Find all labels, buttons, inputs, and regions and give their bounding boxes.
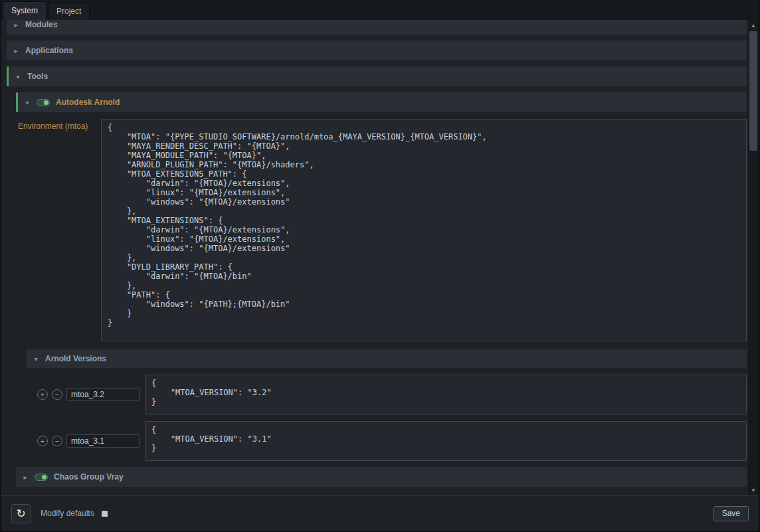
version-key-input[interactable]	[66, 388, 140, 401]
version-row: + − { "MTOA_VERSION": "3.2" }	[27, 375, 747, 414]
scroll-thumb[interactable]	[749, 31, 757, 151]
tab-project-label: Project	[56, 7, 81, 16]
section-label-tools: Tools	[27, 72, 48, 81]
subsection-header-arnold-versions[interactable]: ▾ Arnold Versions	[27, 349, 747, 368]
refresh-icon: ↻	[16, 508, 25, 519]
tool-group-arnold: ▾ Autodesk Arnold Environment (mtoa) { "…	[16, 92, 747, 461]
environment-json-editor[interactable]: { "MTOA": "{PYPE_STUDIO_SOFTWARE}/arnold…	[101, 119, 747, 341]
version-row: + − { "MTOA_VERSION": "3.1" }	[27, 421, 747, 461]
subsection-label-arnold-versions: Arnold Versions	[45, 354, 106, 363]
modify-defaults-label: Modify defaults	[41, 509, 94, 518]
settings-body: ▸ Modules ▸ Applications ▾ Tools ▾ Autod…	[1, 20, 759, 495]
tab-system-label: System	[11, 6, 38, 15]
group-label-vray: Chaos Group Vray	[54, 472, 124, 482]
tab-project[interactable]: Project	[48, 3, 90, 20]
section-header-modules[interactable]: ▸ Modules	[7, 20, 747, 35]
section-header-tools[interactable]: ▾ Tools	[7, 66, 747, 86]
remove-version-button[interactable]: −	[52, 389, 62, 400]
remove-version-button[interactable]: −	[52, 436, 62, 446]
group-header-vray[interactable]: ▸ Chaos Group Vray	[16, 467, 747, 487]
expanded-arrow-icon: ▾	[33, 355, 39, 363]
version-json-editor[interactable]: { "MTOA_VERSION": "3.2" }	[145, 375, 747, 414]
expanded-arrow-icon: ▾	[15, 73, 21, 80]
arnold-versions-section: ▾ Arnold Versions + − { "MTOA_VERSION": …	[27, 349, 747, 461]
version-json-editor[interactable]: { "MTOA_VERSION": "3.1" }	[145, 421, 747, 461]
settings-window: System Project ▸ Modules ▸ Applications …	[0, 0, 760, 532]
add-version-button[interactable]: +	[37, 436, 48, 446]
scroll-track[interactable]	[748, 31, 759, 485]
environment-row: Environment (mtoa) { "MTOA": "{PYPE_STUD…	[16, 119, 747, 341]
tool-group-vray: ▸ Chaos Group Vray	[16, 467, 747, 487]
collapsed-arrow-icon: ▸	[13, 47, 19, 54]
vray-enabled-toggle[interactable]	[35, 474, 48, 481]
vertical-scrollbar[interactable]: ▲ ▼	[748, 20, 759, 495]
footer-bar: ↻ Modify defaults Save	[1, 495, 759, 531]
collapsed-arrow-icon: ▸	[22, 474, 29, 481]
section-label-modules: Modules	[25, 20, 58, 29]
expanded-arrow-icon: ▾	[24, 99, 31, 106]
group-header-arnold[interactable]: ▾ Autodesk Arnold	[16, 92, 747, 112]
settings-scroll-area: ▸ Modules ▸ Applications ▾ Tools ▾ Autod…	[1, 20, 748, 495]
section-header-applications[interactable]: ▸ Applications	[7, 41, 747, 60]
add-version-button[interactable]: +	[37, 389, 48, 400]
refresh-button[interactable]: ↻	[11, 504, 31, 523]
modify-defaults-checkbox[interactable]	[102, 511, 108, 517]
tab-bar: System Project	[1, 0, 759, 20]
arnold-enabled-toggle[interactable]	[37, 99, 50, 106]
group-label-arnold: Autodesk Arnold	[56, 98, 120, 107]
scroll-up-button[interactable]: ▲	[748, 20, 759, 31]
collapsed-arrow-icon: ▸	[13, 21, 19, 29]
save-button[interactable]: Save	[713, 506, 749, 521]
tab-system[interactable]: System	[3, 1, 47, 20]
environment-label: Environment (mtoa)	[16, 119, 101, 131]
scroll-down-button[interactable]: ▼	[748, 485, 759, 495]
version-key-input[interactable]	[66, 434, 140, 448]
section-label-applications: Applications	[25, 46, 73, 55]
